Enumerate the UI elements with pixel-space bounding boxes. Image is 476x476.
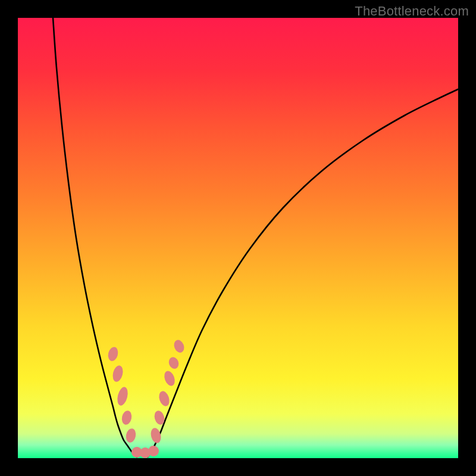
watermark-text: TheBottleneck.com xyxy=(355,4,469,19)
chart-frame: TheBottleneck.com xyxy=(0,0,476,476)
gradient-background xyxy=(18,18,458,458)
plot-svg xyxy=(18,18,458,458)
plot-area xyxy=(18,18,458,458)
marker-dot xyxy=(148,446,159,456)
